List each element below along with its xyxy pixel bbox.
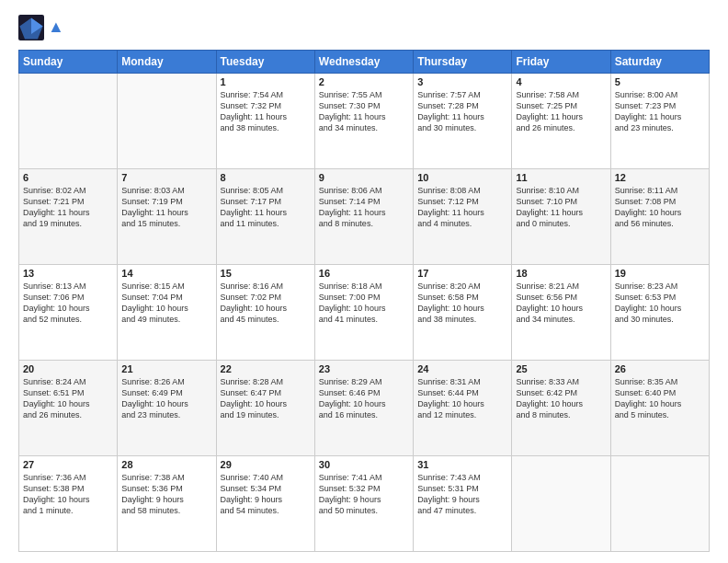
calendar-cell: 24Sunrise: 8:31 AM Sunset: 6:44 PM Dayli… xyxy=(414,361,512,456)
calendar-cell: 15Sunrise: 8:16 AM Sunset: 7:02 PM Dayli… xyxy=(216,265,314,361)
day-header-monday: Monday xyxy=(118,51,216,74)
calendar-cell: 31Sunrise: 7:43 AM Sunset: 5:31 PM Dayli… xyxy=(414,456,512,552)
day-info: Sunrise: 8:29 AM Sunset: 6:46 PM Dayligh… xyxy=(319,376,409,421)
day-number: 2 xyxy=(319,76,409,87)
day-info: Sunrise: 8:31 AM Sunset: 6:44 PM Dayligh… xyxy=(417,376,507,421)
day-number: 12 xyxy=(615,172,705,183)
day-number: 29 xyxy=(221,459,311,470)
day-info: Sunrise: 8:16 AM Sunset: 7:02 PM Dayligh… xyxy=(221,281,311,326)
day-info: Sunrise: 8:00 AM Sunset: 7:23 PM Dayligh… xyxy=(615,89,705,134)
day-number: 1 xyxy=(221,76,311,87)
calendar-cell: 23Sunrise: 8:29 AM Sunset: 6:46 PM Dayli… xyxy=(314,361,413,456)
calendar-cell: 20Sunrise: 8:24 AM Sunset: 6:51 PM Dayli… xyxy=(19,361,118,456)
day-number: 20 xyxy=(23,363,113,374)
calendar-cell: 25Sunrise: 8:33 AM Sunset: 6:42 PM Dayli… xyxy=(512,361,610,456)
day-info: Sunrise: 7:40 AM Sunset: 5:34 PM Dayligh… xyxy=(221,472,311,517)
calendar-cell xyxy=(118,74,216,169)
day-number: 19 xyxy=(615,268,705,279)
day-number: 7 xyxy=(121,172,211,183)
day-info: Sunrise: 8:02 AM Sunset: 7:21 PM Dayligh… xyxy=(23,185,113,230)
calendar-cell: 19Sunrise: 8:23 AM Sunset: 6:53 PM Dayli… xyxy=(610,265,709,361)
calendar-header-row: SundayMondayTuesdayWednesdayThursdayFrid… xyxy=(19,51,710,74)
day-header-thursday: Thursday xyxy=(414,51,512,74)
week-row-2: 6Sunrise: 8:02 AM Sunset: 7:21 PM Daylig… xyxy=(19,169,710,265)
day-info: Sunrise: 7:55 AM Sunset: 7:30 PM Dayligh… xyxy=(319,89,409,134)
calendar-cell: 4Sunrise: 7:58 AM Sunset: 7:25 PM Daylig… xyxy=(512,74,610,169)
logo-icon xyxy=(18,15,44,40)
week-row-5: 27Sunrise: 7:36 AM Sunset: 5:38 PM Dayli… xyxy=(19,456,710,552)
day-info: Sunrise: 8:28 AM Sunset: 6:47 PM Dayligh… xyxy=(221,376,311,421)
day-info: Sunrise: 8:03 AM Sunset: 7:19 PM Dayligh… xyxy=(121,185,211,230)
header: ▲ xyxy=(18,15,710,40)
day-number: 31 xyxy=(417,459,507,470)
day-info: Sunrise: 8:05 AM Sunset: 7:17 PM Dayligh… xyxy=(221,185,311,230)
day-info: Sunrise: 8:23 AM Sunset: 6:53 PM Dayligh… xyxy=(615,281,705,326)
calendar-cell: 27Sunrise: 7:36 AM Sunset: 5:38 PM Dayli… xyxy=(19,456,118,552)
day-number: 3 xyxy=(417,76,507,87)
day-number: 13 xyxy=(23,268,113,279)
logo: ▲ xyxy=(18,15,64,40)
day-number: 4 xyxy=(516,76,606,87)
calendar-cell: 28Sunrise: 7:38 AM Sunset: 5:36 PM Dayli… xyxy=(118,456,216,552)
calendar-cell xyxy=(512,456,610,552)
day-number: 9 xyxy=(319,172,409,183)
calendar-cell: 29Sunrise: 7:40 AM Sunset: 5:34 PM Dayli… xyxy=(216,456,314,552)
day-info: Sunrise: 8:26 AM Sunset: 6:49 PM Dayligh… xyxy=(121,376,211,421)
calendar-cell: 3Sunrise: 7:57 AM Sunset: 7:28 PM Daylig… xyxy=(414,74,512,169)
calendar-cell: 10Sunrise: 8:08 AM Sunset: 7:12 PM Dayli… xyxy=(414,169,512,265)
day-info: Sunrise: 8:33 AM Sunset: 6:42 PM Dayligh… xyxy=(516,376,606,421)
day-number: 11 xyxy=(516,172,606,183)
calendar-cell: 8Sunrise: 8:05 AM Sunset: 7:17 PM Daylig… xyxy=(216,169,314,265)
day-info: Sunrise: 8:18 AM Sunset: 7:00 PM Dayligh… xyxy=(319,281,409,326)
day-info: Sunrise: 8:15 AM Sunset: 7:04 PM Dayligh… xyxy=(121,281,211,326)
day-number: 24 xyxy=(417,363,507,374)
calendar-cell xyxy=(19,74,118,169)
logo-blue-indicator: ▲ xyxy=(48,17,64,36)
calendar-table: SundayMondayTuesdayWednesdayThursdayFrid… xyxy=(18,50,710,552)
calendar-cell: 12Sunrise: 8:11 AM Sunset: 7:08 PM Dayli… xyxy=(610,169,709,265)
day-number: 5 xyxy=(615,76,705,87)
day-info: Sunrise: 7:36 AM Sunset: 5:38 PM Dayligh… xyxy=(23,472,113,517)
calendar-cell: 1Sunrise: 7:54 AM Sunset: 7:32 PM Daylig… xyxy=(216,74,314,169)
day-info: Sunrise: 8:21 AM Sunset: 6:56 PM Dayligh… xyxy=(516,281,606,326)
day-info: Sunrise: 7:38 AM Sunset: 5:36 PM Dayligh… xyxy=(121,472,211,517)
day-header-sunday: Sunday xyxy=(19,51,118,74)
week-row-3: 13Sunrise: 8:13 AM Sunset: 7:06 PM Dayli… xyxy=(19,265,710,361)
calendar-cell: 6Sunrise: 8:02 AM Sunset: 7:21 PM Daylig… xyxy=(19,169,118,265)
calendar-cell: 30Sunrise: 7:41 AM Sunset: 5:32 PM Dayli… xyxy=(314,456,413,552)
day-number: 15 xyxy=(221,268,311,279)
calendar-cell: 7Sunrise: 8:03 AM Sunset: 7:19 PM Daylig… xyxy=(118,169,216,265)
day-number: 8 xyxy=(221,172,311,183)
day-info: Sunrise: 8:08 AM Sunset: 7:12 PM Dayligh… xyxy=(417,185,507,230)
calendar-cell: 17Sunrise: 8:20 AM Sunset: 6:58 PM Dayli… xyxy=(414,265,512,361)
day-header-wednesday: Wednesday xyxy=(314,51,413,74)
day-number: 22 xyxy=(221,363,311,374)
day-info: Sunrise: 7:41 AM Sunset: 5:32 PM Dayligh… xyxy=(319,472,409,517)
calendar-cell: 16Sunrise: 8:18 AM Sunset: 7:00 PM Dayli… xyxy=(314,265,413,361)
week-row-1: 1Sunrise: 7:54 AM Sunset: 7:32 PM Daylig… xyxy=(19,74,710,169)
day-info: Sunrise: 8:13 AM Sunset: 7:06 PM Dayligh… xyxy=(23,281,113,326)
day-number: 28 xyxy=(121,459,211,470)
calendar-cell: 2Sunrise: 7:55 AM Sunset: 7:30 PM Daylig… xyxy=(314,74,413,169)
page: ▲ SundayMondayTuesdayWednesdayThursdayFr… xyxy=(0,0,728,563)
day-header-saturday: Saturday xyxy=(610,51,709,74)
day-number: 10 xyxy=(417,172,507,183)
calendar-cell xyxy=(610,456,709,552)
day-header-friday: Friday xyxy=(512,51,610,74)
day-number: 30 xyxy=(319,459,409,470)
week-row-4: 20Sunrise: 8:24 AM Sunset: 6:51 PM Dayli… xyxy=(19,361,710,456)
logo-text: ▲ xyxy=(48,18,64,37)
day-info: Sunrise: 8:24 AM Sunset: 6:51 PM Dayligh… xyxy=(23,376,113,421)
day-number: 21 xyxy=(121,363,211,374)
day-number: 16 xyxy=(319,268,409,279)
calendar-cell: 21Sunrise: 8:26 AM Sunset: 6:49 PM Dayli… xyxy=(118,361,216,456)
day-header-tuesday: Tuesday xyxy=(216,51,314,74)
day-number: 18 xyxy=(516,268,606,279)
calendar-cell: 26Sunrise: 8:35 AM Sunset: 6:40 PM Dayli… xyxy=(610,361,709,456)
day-number: 25 xyxy=(516,363,606,374)
calendar-cell: 5Sunrise: 8:00 AM Sunset: 7:23 PM Daylig… xyxy=(610,74,709,169)
calendar-cell: 13Sunrise: 8:13 AM Sunset: 7:06 PM Dayli… xyxy=(19,265,118,361)
calendar-cell: 11Sunrise: 8:10 AM Sunset: 7:10 PM Dayli… xyxy=(512,169,610,265)
calendar-cell: 18Sunrise: 8:21 AM Sunset: 6:56 PM Dayli… xyxy=(512,265,610,361)
day-info: Sunrise: 8:20 AM Sunset: 6:58 PM Dayligh… xyxy=(417,281,507,326)
